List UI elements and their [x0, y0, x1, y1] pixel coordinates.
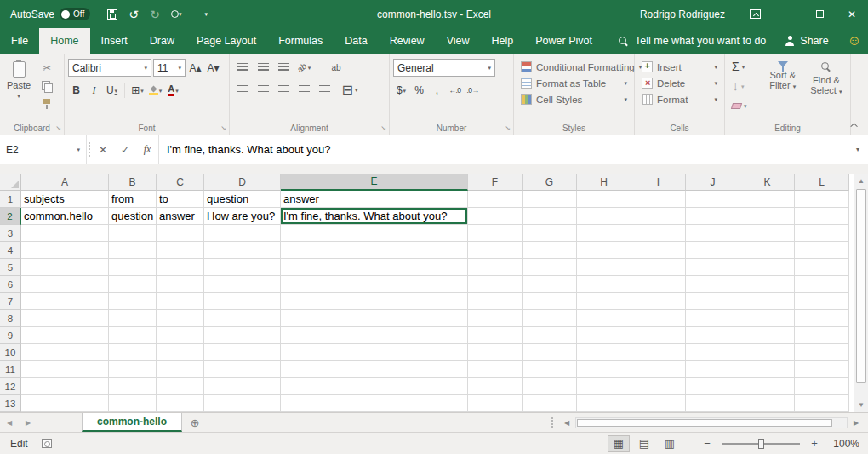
- align-right-button[interactable]: [274, 81, 293, 98]
- column-header-H[interactable]: H: [577, 174, 631, 191]
- row-header-1[interactable]: 1: [0, 191, 21, 208]
- cell-I13[interactable]: [631, 395, 686, 412]
- cell-B6[interactable]: [109, 276, 157, 293]
- cell-D9[interactable]: [204, 327, 281, 344]
- cell-E10[interactable]: [281, 344, 468, 361]
- cell-F7[interactable]: [468, 293, 523, 310]
- cell-B11[interactable]: [109, 361, 157, 378]
- cell-D2[interactable]: How are you?: [204, 208, 281, 225]
- cell-E8[interactable]: [281, 310, 468, 327]
- fill-button[interactable]: ↓▾: [728, 78, 760, 94]
- cell-L4[interactable]: [795, 242, 849, 259]
- cell-A8[interactable]: [21, 310, 109, 327]
- cell-A11[interactable]: [21, 361, 109, 378]
- cell-C8[interactable]: [157, 310, 204, 327]
- conditional-formatting-button[interactable]: Conditional Formatting ▾: [517, 59, 631, 75]
- cell-D12[interactable]: [204, 378, 281, 395]
- cell-J1[interactable]: [686, 191, 740, 208]
- cell-G6[interactable]: [523, 276, 577, 293]
- row-header-11[interactable]: 11: [0, 361, 21, 378]
- cell-J5[interactable]: [686, 259, 740, 276]
- cell-A5[interactable]: [21, 259, 109, 276]
- format-as-table-button[interactable]: Format as Table ▾: [517, 75, 631, 91]
- column-header-E[interactable]: E: [281, 174, 468, 191]
- cell-I7[interactable]: [631, 293, 686, 310]
- zoom-in-button[interactable]: +: [807, 437, 822, 450]
- cell-K4[interactable]: [740, 242, 795, 259]
- increase-decimal-button[interactable]: ←.0: [447, 82, 463, 99]
- cell-H7[interactable]: [577, 293, 631, 310]
- cell-C4[interactable]: [157, 242, 204, 259]
- cell-I6[interactable]: [631, 276, 686, 293]
- cell-B9[interactable]: [109, 327, 157, 344]
- cell-C5[interactable]: [157, 259, 204, 276]
- scroll-left-icon[interactable]: ◀: [560, 419, 574, 427]
- row-header-4[interactable]: 4: [0, 242, 21, 259]
- ribbon-display-options-button[interactable]: [739, 0, 771, 28]
- formula-input[interactable]: I'm fine, thanks. What about you?: [159, 135, 848, 164]
- zoom-slider[interactable]: [722, 438, 800, 450]
- cell-F1[interactable]: [468, 191, 523, 208]
- customize-qat-button[interactable]: ▾: [196, 4, 216, 25]
- cell-B3[interactable]: [109, 225, 157, 242]
- font-color-button[interactable]: A▾: [165, 82, 181, 99]
- cell-H6[interactable]: [577, 276, 631, 293]
- touch-mouse-mode-button[interactable]: ▾: [166, 4, 186, 25]
- align-top-button[interactable]: [233, 59, 252, 76]
- cell-F8[interactable]: [468, 310, 523, 327]
- decrease-font-size-button[interactable]: A▾: [205, 60, 221, 77]
- cell-H9[interactable]: [577, 327, 631, 344]
- close-button[interactable]: ✕: [836, 0, 868, 28]
- cell-G2[interactable]: [523, 208, 577, 225]
- zoom-level[interactable]: 100%: [829, 438, 859, 450]
- row-header-5[interactable]: 5: [0, 259, 21, 276]
- autosave-toggle[interactable]: AutoSave Off: [10, 8, 90, 20]
- cell-J4[interactable]: [686, 242, 740, 259]
- cell-E12[interactable]: [281, 378, 468, 395]
- cell-D13[interactable]: [204, 395, 281, 412]
- row-header-9[interactable]: 9: [0, 327, 21, 344]
- cell-J8[interactable]: [686, 310, 740, 327]
- cell-L13[interactable]: [795, 395, 849, 412]
- cell-B10[interactable]: [109, 344, 157, 361]
- cell-F6[interactable]: [468, 276, 523, 293]
- scroll-right-icon[interactable]: ▶: [849, 419, 863, 427]
- cell-B13[interactable]: [109, 395, 157, 412]
- cell-C13[interactable]: [157, 395, 204, 412]
- page-layout-view-button[interactable]: ▤: [633, 435, 655, 452]
- name-box[interactable]: E2 ▾: [0, 135, 87, 164]
- cell-K8[interactable]: [740, 310, 795, 327]
- cell-F11[interactable]: [468, 361, 523, 378]
- cell-K9[interactable]: [740, 327, 795, 344]
- cell-K10[interactable]: [740, 344, 795, 361]
- cell-I12[interactable]: [631, 378, 686, 395]
- cell-I2[interactable]: [631, 208, 686, 225]
- cell-C7[interactable]: [157, 293, 204, 310]
- scroll-up-icon[interactable]: ▲: [854, 174, 868, 188]
- cell-B4[interactable]: [109, 242, 157, 259]
- cell-D6[interactable]: [204, 276, 281, 293]
- cell-E6[interactable]: [281, 276, 468, 293]
- fill-color-button[interactable]: ▾: [147, 82, 163, 99]
- cell-E9[interactable]: [281, 327, 468, 344]
- row-header-12[interactable]: 12: [0, 378, 21, 395]
- italic-button[interactable]: I: [86, 82, 102, 99]
- cell-F9[interactable]: [468, 327, 523, 344]
- cell-H2[interactable]: [577, 208, 631, 225]
- ribbon-tab-draw[interactable]: Draw: [139, 28, 186, 54]
- cell-B5[interactable]: [109, 259, 157, 276]
- cell-K6[interactable]: [740, 276, 795, 293]
- feedback-smiley-icon[interactable]: ☺: [848, 34, 861, 48]
- decrease-indent-button[interactable]: [294, 81, 313, 98]
- cell-E11[interactable]: [281, 361, 468, 378]
- select-all-button[interactable]: [0, 174, 21, 191]
- percent-style-button[interactable]: %: [411, 82, 427, 99]
- ribbon-tab-formulas[interactable]: Formulas: [267, 28, 334, 54]
- cell-G3[interactable]: [523, 225, 577, 242]
- cell-J3[interactable]: [686, 225, 740, 242]
- cell-H10[interactable]: [577, 344, 631, 361]
- cell-B2[interactable]: question: [109, 208, 157, 225]
- scrollbar-resize-grip[interactable]: [551, 417, 553, 428]
- cell-F12[interactable]: [468, 378, 523, 395]
- cell-L5[interactable]: [795, 259, 849, 276]
